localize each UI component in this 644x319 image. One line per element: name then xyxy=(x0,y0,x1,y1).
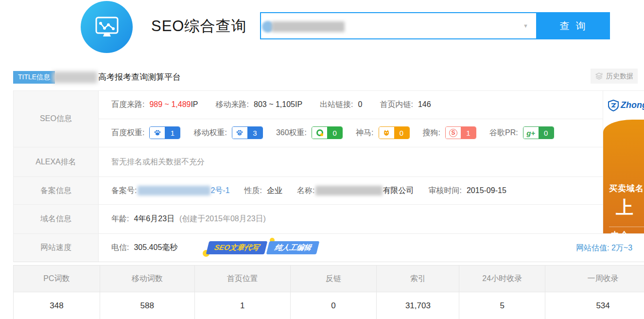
field-value: 2015-09-15 xyxy=(467,186,506,195)
redacted-company-name xyxy=(315,186,383,195)
field-label: 移动权重: xyxy=(193,128,226,138)
badge-value: 0 xyxy=(394,127,409,139)
baidu-paw-icon xyxy=(150,127,165,139)
redacted-beian-number xyxy=(138,186,210,195)
row-label: SEO信息 xyxy=(14,91,99,147)
keyword-stats-table: PC词数 移动词数 首页位置 反链 索引 24小时收录 一周收录 348 588… xyxy=(13,265,644,319)
stats-value: 534 xyxy=(545,292,644,319)
homepage-inner-links: 首页内链: 146 xyxy=(380,100,431,110)
page-title: SEO综合查询 xyxy=(151,0,246,53)
field-label: 360权重: xyxy=(276,128,307,138)
stats-header: 索引 xyxy=(377,266,459,292)
domain-broker-ad[interactable]: Zhong 买卖域名 上 中介 xyxy=(603,91,644,233)
field-label: 备案号: xyxy=(111,186,137,196)
ad-brand-text: Zhong xyxy=(621,100,644,110)
beian-number-link[interactable]: 2号-1 xyxy=(210,186,229,196)
outbound-links: 出站链接: 0 xyxy=(320,100,362,110)
chevron-down-icon[interactable]: ▼ xyxy=(523,13,528,38)
field-label: 谷歌PR: xyxy=(489,128,518,138)
field-value: 0 xyxy=(358,100,363,109)
query-button[interactable]: 查 询 xyxy=(537,12,610,39)
stats-header: 首页位置 xyxy=(195,266,291,292)
row-seo-info: SEO信息 百度来路: 989 ~ 1,489 IP 移动来路: 803 ~ 1… xyxy=(14,91,644,147)
stats-header: 反链 xyxy=(291,266,377,292)
row-alexa: ALEXA排名 暂无排名或相关数据不充分 xyxy=(14,147,644,177)
shenma-weight-badge[interactable]: 0 xyxy=(379,126,410,139)
site-valuation-link[interactable]: 网站估值: 2万~3 xyxy=(576,243,632,253)
domain-age-value: 4年6月23日 xyxy=(134,214,174,224)
stats-value: 348 xyxy=(14,292,100,319)
ad-banner-right-text: 纯人工编辑 xyxy=(266,241,320,254)
history-data-label: 历史数据 xyxy=(606,72,633,81)
baidu-weight-badge[interactable]: 1 xyxy=(149,126,180,139)
history-data-button[interactable]: 历史数据 xyxy=(591,69,638,84)
weights-line: 百度权重: 1 移动权重: m xyxy=(99,119,644,147)
field-unit: IP xyxy=(295,100,302,109)
baidu-weight: 百度权重: 1 xyxy=(111,126,180,139)
field-unit: IP xyxy=(191,100,198,109)
beian-number: 备案号: 2号-1 xyxy=(111,186,230,196)
stats-value-row: 348 588 1 0 31,703 5 534 xyxy=(14,292,644,319)
stats-header: 移动词数 xyxy=(100,266,195,292)
telecom-speed-value: 305.405毫秒 xyxy=(134,243,177,253)
sogou-weight: 搜狗: S 1 xyxy=(423,126,476,139)
alexa-status-text: 暂无排名或相关数据不充分 xyxy=(111,157,205,167)
google-pr: 谷歌PR: g+ 0 xyxy=(489,126,554,139)
field-label: 搜狗: xyxy=(423,128,440,138)
traffic-line: 百度来路: 989 ~ 1,489 IP 移动来路: 803 ~ 1,105 I… xyxy=(99,91,644,119)
field-label: 出站链接: xyxy=(320,100,353,110)
seo-writing-ad-banner[interactable]: SEO文章代写 纯人工编辑 xyxy=(208,241,318,254)
mobile-weight: 移动权重: m 3 xyxy=(193,126,262,139)
ad-line2: 上 xyxy=(609,196,644,220)
valuation-label: 网站估值: xyxy=(576,244,609,252)
badge-value: 1 xyxy=(165,127,180,139)
shenma-weight: 神马: 0 xyxy=(356,126,409,139)
seo-query-page: SEO综合查询 ▼ 查 询 TITLE信息 高考报考查询测算平台 历史数据 SE… xyxy=(0,0,644,319)
ad-orange-panel: 买卖域名 上 中介 xyxy=(603,120,644,233)
domain-created-note: (创建于2015年08月23日) xyxy=(179,214,266,224)
title-info-badge: TITLE信息 xyxy=(13,71,55,84)
sogou-weight-badge[interactable]: S 1 xyxy=(445,126,476,139)
badge-value: 0 xyxy=(327,127,342,139)
stats-value: 588 xyxy=(100,292,195,319)
ad-line1: 买卖域名 xyxy=(609,183,644,194)
stats-value: 5 xyxy=(459,292,545,319)
shenma-owl-icon xyxy=(379,127,394,139)
badge-value: 0 xyxy=(539,127,554,139)
field-label: 百度来路: xyxy=(111,100,144,110)
ad-banner-left-text: SEO文章代写 xyxy=(206,241,267,254)
row-label: ALEXA排名 xyxy=(14,147,99,177)
field-label: 年龄: xyxy=(111,214,129,224)
mobile-weight-badge[interactable]: m 3 xyxy=(232,126,263,139)
field-value: 803 ~ 1,105 xyxy=(254,100,295,109)
stats-header: 一周收录 xyxy=(545,266,644,292)
beian-company: 名称: 有限公司 xyxy=(297,186,414,196)
field-label: 神马: xyxy=(356,128,373,138)
search-bar: ▼ 查 询 xyxy=(260,12,610,39)
row-label: 网站速度 xyxy=(14,234,99,262)
row-domain: 域名信息 年龄: 4年6月23日 (创建于2015年08月23日) xyxy=(14,205,644,234)
svg-text:m: m xyxy=(239,133,241,135)
redacted-site-name xyxy=(52,71,97,83)
app-logo xyxy=(81,1,133,53)
field-label: 名称: xyxy=(297,186,314,196)
field-label: 移动来路: xyxy=(216,100,249,110)
beian-audit-time: 审核时间: 2015-09-15 xyxy=(428,186,506,196)
stats-header: PC词数 xyxy=(14,266,100,292)
google-pr-badge[interactable]: g+ 0 xyxy=(523,126,554,139)
site-title: 高考报考查询测算平台 xyxy=(98,71,181,84)
field-label: 审核时间: xyxy=(428,186,461,196)
row-label: 备案信息 xyxy=(14,177,99,204)
row-speed: 网站速度 电信: 305.405毫秒 SEO文章代写 纯人工编辑 xyxy=(14,234,644,262)
search-input[interactable]: ▼ xyxy=(260,12,537,39)
so360-weight-badge[interactable]: 0 xyxy=(312,126,343,139)
stats-value: 1 xyxy=(195,292,291,319)
google-plus-icon: g+ xyxy=(523,127,539,139)
field-label: 首页内链: xyxy=(380,100,413,110)
valuation-value: 2万~3 xyxy=(611,244,632,252)
stats-value: 0 xyxy=(291,292,377,319)
seo-info-table: SEO信息 百度来路: 989 ~ 1,489 IP 移动来路: 803 ~ 1… xyxy=(13,90,644,262)
badge-value: 3 xyxy=(247,127,262,139)
field-value: 有限公司 xyxy=(383,186,414,196)
baidu-traffic: 百度来路: 989 ~ 1,489 IP xyxy=(111,100,198,110)
